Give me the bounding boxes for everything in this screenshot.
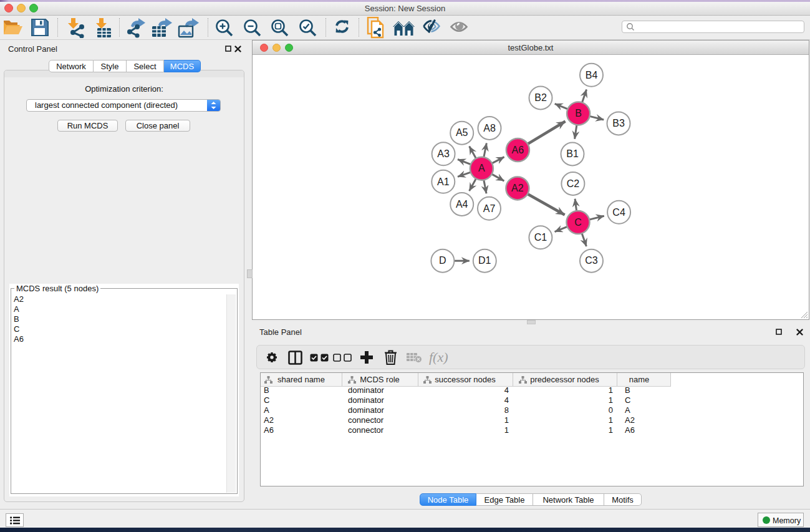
svg-text:D1: D1 bbox=[478, 255, 491, 266]
svg-text:A4: A4 bbox=[456, 199, 468, 210]
svg-text:D: D bbox=[439, 255, 446, 266]
svg-text:B1: B1 bbox=[566, 148, 579, 159]
svg-text:B3: B3 bbox=[612, 118, 625, 128]
svg-text:B2: B2 bbox=[534, 92, 547, 103]
svg-text:A6: A6 bbox=[512, 145, 524, 155]
svg-text:C3: C3 bbox=[585, 255, 598, 266]
svg-text:A5: A5 bbox=[456, 127, 468, 138]
svg-text:C1: C1 bbox=[534, 232, 547, 243]
svg-text:A7: A7 bbox=[483, 203, 496, 214]
svg-text:A8: A8 bbox=[483, 123, 496, 133]
svg-text:C2: C2 bbox=[567, 178, 580, 189]
svg-text:C4: C4 bbox=[612, 207, 625, 218]
svg-text:A1: A1 bbox=[437, 177, 450, 187]
svg-text:A3: A3 bbox=[437, 148, 450, 159]
svg-text:C: C bbox=[574, 217, 582, 228]
svg-text:B4: B4 bbox=[586, 70, 598, 80]
svg-text:A: A bbox=[478, 163, 485, 173]
svg-text:A2: A2 bbox=[511, 183, 524, 193]
svg-text:B: B bbox=[575, 108, 582, 118]
